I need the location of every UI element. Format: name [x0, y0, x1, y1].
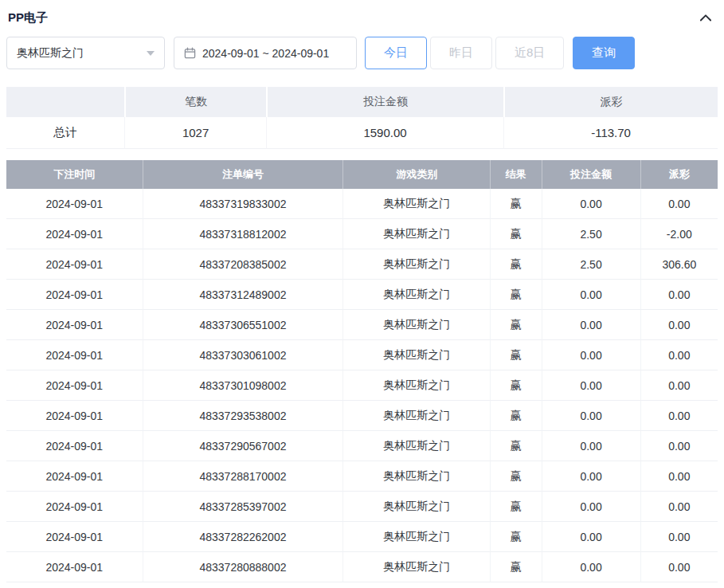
bet-amount-cell: 0.00 — [542, 189, 640, 219]
bet-id-cell: 48337301098002 — [143, 370, 343, 401]
payout-cell: 0.00 — [640, 552, 718, 582]
game-type-cell: 奥林匹斯之门 — [342, 461, 490, 492]
result-cell: 赢 — [490, 461, 541, 492]
game-select-value: 奥林匹斯之门 — [17, 46, 84, 61]
panel-title: PP电子 — [8, 10, 48, 25]
header-bet-id: 注单编号 — [143, 160, 343, 189]
filter-bar: 奥林匹斯之门 2024-09-01 ~ 2024-09-01 今日 昨日 近8日… — [6, 37, 718, 69]
bet-id-cell: 48337288170002 — [143, 461, 343, 492]
result-cell: 赢 — [490, 219, 541, 249]
bet-id-cell: 48337208385002 — [143, 249, 343, 280]
bet-amount-cell: 0.00 — [542, 431, 640, 461]
bet-id-cell: 48337285397002 — [143, 492, 343, 522]
bet-time-cell: 2024-09-01 — [6, 401, 143, 431]
result-cell: 赢 — [490, 522, 541, 552]
payout-cell: 0.00 — [640, 370, 718, 401]
bet-amount-cell: 0.00 — [542, 401, 640, 431]
record-row: 2024-09-01 48337290567002 奥林匹斯之门 赢 0.00 … — [6, 431, 718, 461]
game-type-cell: 奥林匹斯之门 — [342, 310, 490, 340]
result-cell: 赢 — [490, 370, 541, 401]
record-row: 2024-09-01 48337282262002 奥林匹斯之门 赢 0.00 … — [6, 522, 718, 552]
quick-filter-group: 今日 昨日 近8日 — [365, 37, 564, 69]
summary-header-bet-amount: 投注金额 — [266, 87, 503, 117]
record-row: 2024-09-01 48337285397002 奥林匹斯之门 赢 0.00 … — [6, 492, 718, 522]
records-header-row: 下注时间 注单编号 游戏类别 结果 投注金额 派彩 — [6, 160, 718, 189]
result-cell: 赢 — [490, 340, 541, 370]
summary-payout-value: -113.70 — [503, 117, 718, 149]
payout-cell: 0.00 — [640, 401, 718, 431]
result-cell: 赢 — [490, 431, 541, 461]
record-row: 2024-09-01 48337319833002 奥林匹斯之门 赢 0.00 … — [6, 189, 718, 219]
game-type-cell: 奥林匹斯之门 — [342, 340, 490, 370]
chevron-up-icon — [700, 14, 711, 22]
bet-time-cell: 2024-09-01 — [6, 340, 143, 370]
bet-amount-cell: 0.00 — [542, 310, 640, 340]
bet-amount-cell: 2.50 — [542, 249, 640, 280]
payout-cell: 0.00 — [640, 340, 718, 370]
summary-header-payout: 派彩 — [503, 87, 718, 117]
payout-cell: 0.00 — [640, 189, 718, 219]
bet-id-cell: 48337290567002 — [143, 431, 343, 461]
game-type-cell: 奥林匹斯之门 — [342, 219, 490, 249]
bet-id-cell: 48337293538002 — [143, 401, 343, 431]
summary-count-value: 1027 — [124, 117, 266, 149]
records-table: 下注时间 注单编号 游戏类别 结果 投注金额 派彩 2024-09-01 483… — [6, 160, 718, 582]
bet-amount-cell: 0.00 — [542, 461, 640, 492]
bet-time-cell: 2024-09-01 — [6, 522, 143, 552]
bet-id-cell: 48337306551002 — [143, 310, 343, 340]
payout-cell: 0.00 — [640, 492, 718, 522]
bet-time-cell: 2024-09-01 — [6, 249, 143, 280]
record-row: 2024-09-01 48337280888002 奥林匹斯之门 赢 0.00 … — [6, 552, 718, 582]
header-payout: 派彩 — [640, 160, 718, 189]
bet-amount-cell: 0.00 — [542, 280, 640, 310]
bet-time-cell: 2024-09-01 — [6, 552, 143, 582]
game-type-cell: 奥林匹斯之门 — [342, 280, 490, 310]
last-8-days-button[interactable]: 近8日 — [495, 37, 564, 69]
game-type-cell: 奥林匹斯之门 — [342, 189, 490, 219]
bet-amount-cell: 2.50 — [542, 219, 640, 249]
summary-header-count: 笔数 — [124, 87, 266, 117]
summary-bet-amount-value: 1590.00 — [266, 117, 503, 149]
bet-amount-cell: 0.00 — [542, 340, 640, 370]
today-button[interactable]: 今日 — [365, 37, 427, 69]
game-type-cell: 奥林匹斯之门 — [342, 370, 490, 401]
bet-id-cell: 48337303061002 — [143, 340, 343, 370]
date-range-input[interactable]: 2024-09-01 ~ 2024-09-01 — [174, 37, 357, 69]
game-select[interactable]: 奥林匹斯之门 — [6, 37, 165, 69]
record-row: 2024-09-01 48337301098002 奥林匹斯之门 赢 0.00 … — [6, 370, 718, 401]
payout-cell: 0.00 — [640, 280, 718, 310]
record-row: 2024-09-01 48337208385002 奥林匹斯之门 赢 2.50 … — [6, 249, 718, 280]
date-range-value: 2024-09-01 ~ 2024-09-01 — [202, 47, 329, 60]
bet-time-cell: 2024-09-01 — [6, 370, 143, 401]
result-cell: 赢 — [490, 552, 541, 582]
header-bet-time: 下注时间 — [6, 160, 143, 189]
result-cell: 赢 — [490, 401, 541, 431]
bet-time-cell: 2024-09-01 — [6, 310, 143, 340]
collapse-button[interactable] — [695, 7, 716, 28]
game-type-cell: 奥林匹斯之门 — [342, 492, 490, 522]
record-row: 2024-09-01 48337312489002 奥林匹斯之门 赢 0.00 … — [6, 280, 718, 310]
yesterday-button[interactable]: 昨日 — [430, 37, 492, 69]
payout-cell: 0.00 — [640, 431, 718, 461]
pp-games-panel: PP电子 奥林匹斯之门 2024-09-01 ~ 2024-09-01 今日 昨… — [0, 0, 724, 582]
game-type-cell: 奥林匹斯之门 — [342, 522, 490, 552]
search-button[interactable]: 查询 — [573, 37, 635, 69]
bet-time-cell: 2024-09-01 — [6, 280, 143, 310]
payout-cell: 306.60 — [640, 249, 718, 280]
payout-cell: 0.00 — [640, 461, 718, 492]
chevron-down-icon — [147, 51, 155, 56]
record-row: 2024-09-01 48337293538002 奥林匹斯之门 赢 0.00 … — [6, 401, 718, 431]
calendar-icon — [184, 47, 196, 59]
bet-id-cell: 48337282262002 — [143, 522, 343, 552]
record-row: 2024-09-01 48337318812002 奥林匹斯之门 赢 2.50 … — [6, 219, 718, 249]
record-row: 2024-09-01 48337288170002 奥林匹斯之门 赢 0.00 … — [6, 461, 718, 492]
bet-time-cell: 2024-09-01 — [6, 219, 143, 249]
game-type-cell: 奥林匹斯之门 — [342, 431, 490, 461]
result-cell: 赢 — [490, 280, 541, 310]
summary-header-row: 笔数 投注金额 派彩 — [6, 87, 718, 117]
bet-id-cell: 48337312489002 — [143, 280, 343, 310]
bet-amount-cell: 0.00 — [542, 492, 640, 522]
payout-cell: -2.00 — [640, 219, 718, 249]
result-cell: 赢 — [490, 492, 541, 522]
summary-table: 笔数 投注金额 派彩 总计 1027 1590.00 -113.70 — [6, 87, 718, 149]
